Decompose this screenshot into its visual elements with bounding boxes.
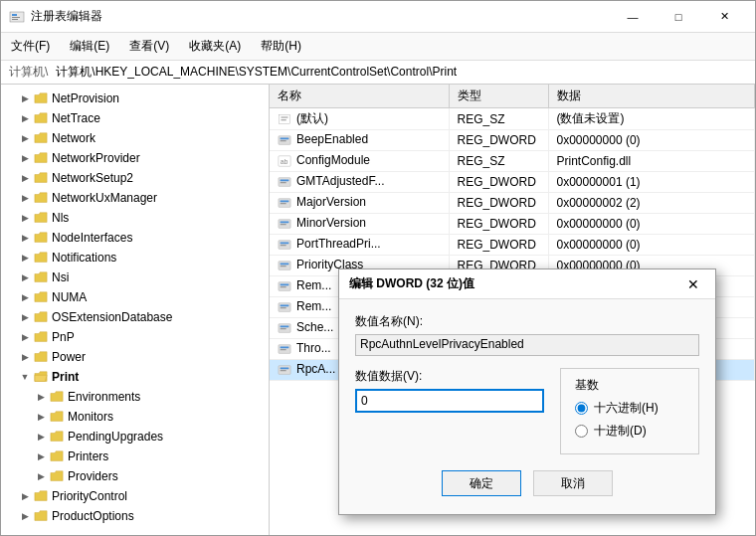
expand-NetworkUxManager[interactable]: ▶: [17, 190, 33, 206]
svg-rect-17: [281, 203, 286, 204]
cell-name: MinorVersion: [270, 214, 449, 235]
tree-item-networkuxmanager[interactable]: ▶ NetworkUxManager: [1, 188, 269, 208]
radio-hex[interactable]: [575, 402, 588, 415]
table-row[interactable]: MinorVersionREG_DWORD0x00000000 (0): [270, 214, 755, 235]
expand-NetworkSetup2[interactable]: ▶: [17, 170, 33, 186]
base-label: 基数: [575, 377, 684, 394]
expand-Print[interactable]: ▼: [17, 369, 33, 385]
tree-item-printers[interactable]: ▶ Printers: [1, 447, 269, 466]
tree-item-monitors[interactable]: ▶ Monitors: [1, 407, 269, 427]
tree-item-productoptions[interactable]: ▶ ProductOptions: [1, 506, 269, 526]
expand-Printers[interactable]: ▶: [33, 448, 49, 464]
expand-PnP[interactable]: ▶: [17, 329, 33, 345]
minimize-button[interactable]: —: [610, 1, 656, 33]
tree-item-pnp[interactable]: ▶ PnP: [1, 327, 269, 347]
expand-NetworkProvider[interactable]: ▶: [17, 150, 33, 166]
tree-label-power: Power: [52, 350, 86, 364]
col-name: 名称: [270, 85, 449, 108]
data-field-label: 数值数据(V):: [355, 368, 544, 385]
tree-item-notifications[interactable]: ▶ Notifications: [1, 248, 269, 268]
reg-icon: [278, 111, 293, 127]
folder-icon-prioritycontrol: [33, 488, 49, 504]
expand-Network[interactable]: ▶: [17, 130, 33, 146]
data-value-input[interactable]: [355, 389, 544, 413]
expand-NUMA[interactable]: ▶: [17, 289, 33, 305]
svg-rect-16: [281, 200, 289, 202]
expand-NetTrace[interactable]: ▶: [17, 110, 33, 126]
expand-OSExtensionDatabase[interactable]: ▶: [17, 309, 33, 325]
expand-Nls[interactable]: ▶: [17, 210, 33, 226]
expand-PendingUpgrades[interactable]: ▶: [33, 429, 49, 445]
tree-item-networksetup2[interactable]: ▶ NetworkSetup2: [1, 168, 269, 188]
tree-label-network: Network: [52, 131, 95, 145]
name-field-value: RpcAuthnLevelPrivacyEnabled: [355, 334, 699, 356]
tree-item-nettrace[interactable]: ▶ NetTrace: [1, 108, 269, 128]
maximize-button[interactable]: □: [656, 1, 701, 33]
expand-NodeInterfaces[interactable]: ▶: [17, 230, 33, 246]
tree-label-environments: Environments: [68, 390, 140, 404]
title-bar-controls: — □ ✕: [610, 1, 747, 33]
tree-item-networkprovider[interactable]: ▶ NetworkProvider: [1, 148, 269, 168]
expand-PriorityControl[interactable]: ▶: [17, 488, 33, 504]
app-icon: [9, 9, 25, 25]
tree-item-prioritycontrol[interactable]: ▶ PriorityControl: [1, 486, 269, 506]
tree-item-osextensiondatabase[interactable]: ▶ OSExtensionDatabase: [1, 307, 269, 327]
reg-icon: [278, 132, 293, 148]
tree-item-numa[interactable]: ▶ NUMA: [1, 287, 269, 307]
address-label: 计算机\: [9, 64, 48, 81]
tree-label-netprovision: NetProvision: [52, 91, 119, 105]
tree-label-printers: Printers: [68, 449, 108, 463]
svg-rect-20: [281, 224, 286, 225]
radio-dec[interactable]: [575, 425, 588, 438]
expand-Environments[interactable]: ▶: [33, 389, 49, 405]
expand-Monitors[interactable]: ▶: [33, 409, 49, 425]
dialog-close-button[interactable]: ✕: [681, 272, 705, 296]
tree-item-environments[interactable]: ▶ Environments: [1, 387, 269, 407]
tree-item-providers[interactable]: ▶ Providers: [1, 466, 269, 486]
menu-favorites[interactable]: 收藏夹(A): [179, 35, 251, 58]
menu-file[interactable]: 文件(F): [1, 35, 60, 58]
folder-icon-power: [33, 349, 49, 365]
tree-item-nsi[interactable]: ▶ Nsi: [1, 268, 269, 287]
tree-label-osextensiondatabase: OSExtensionDatabase: [52, 310, 172, 324]
cell-name: PortThreadPri...: [270, 235, 449, 256]
menu-view[interactable]: 查看(V): [119, 35, 179, 58]
expand-Providers[interactable]: ▶: [33, 468, 49, 484]
table-row[interactable]: BeepEnabledREG_DWORD0x00000000 (0): [270, 130, 755, 151]
table-row[interactable]: GMTAdjustedF...REG_DWORD0x00000001 (1): [270, 172, 755, 193]
tree-item-pendingupgrades[interactable]: ▶ PendingUpgrades: [1, 427, 269, 447]
cell-type: REG_DWORD: [449, 214, 548, 235]
tree-label-nettrace: NetTrace: [52, 111, 100, 125]
tree-item-nls[interactable]: ▶ Nls: [1, 208, 269, 228]
expand-Power[interactable]: ▶: [17, 349, 33, 365]
radio-dec-label[interactable]: 十进制(D): [575, 423, 684, 440]
ok-button[interactable]: 确定: [442, 470, 521, 496]
tree-item-network[interactable]: ▶ Network: [1, 128, 269, 148]
table-row[interactable]: PortThreadPri...REG_DWORD0x00000000 (0): [270, 235, 755, 256]
cancel-button[interactable]: 取消: [533, 470, 613, 496]
tree-label-pnp: PnP: [52, 330, 75, 344]
expand-Notifications[interactable]: ▶: [17, 250, 33, 266]
radio-hex-text: 十六进制(H): [594, 400, 659, 417]
tree-item-power[interactable]: ▶ Power: [1, 347, 269, 367]
expand-NetProvision[interactable]: ▶: [17, 90, 33, 106]
tree-label-providers: Providers: [68, 469, 118, 483]
expand-Nsi[interactable]: ▶: [17, 269, 33, 285]
expand-ProductOptions[interactable]: ▶: [17, 508, 33, 524]
tree-item-print[interactable]: ▼ Print: [1, 367, 269, 387]
cell-name: GMTAdjustedF...: [270, 172, 449, 193]
svg-rect-19: [281, 221, 289, 223]
radio-hex-label[interactable]: 十六进制(H): [575, 400, 684, 417]
tree-item-nodeinterfaces[interactable]: ▶ NodeInterfaces: [1, 228, 269, 248]
menu-edit[interactable]: 编辑(E): [60, 35, 119, 58]
svg-rect-1: [12, 14, 17, 16]
cell-data: 0x00000001 (1): [548, 172, 755, 193]
close-button[interactable]: ✕: [701, 1, 747, 33]
table-row[interactable]: ab ConfigModuleREG_SZPrintConfig.dll: [270, 151, 755, 172]
svg-rect-13: [281, 179, 289, 181]
svg-rect-14: [281, 182, 286, 183]
table-row[interactable]: (默认)REG_SZ(数值未设置): [270, 108, 755, 130]
tree-item-netprovision[interactable]: ▶ NetProvision: [1, 89, 269, 108]
menu-help[interactable]: 帮助(H): [251, 35, 311, 58]
table-row[interactable]: MajorVersionREG_DWORD0x00000002 (2): [270, 193, 755, 214]
